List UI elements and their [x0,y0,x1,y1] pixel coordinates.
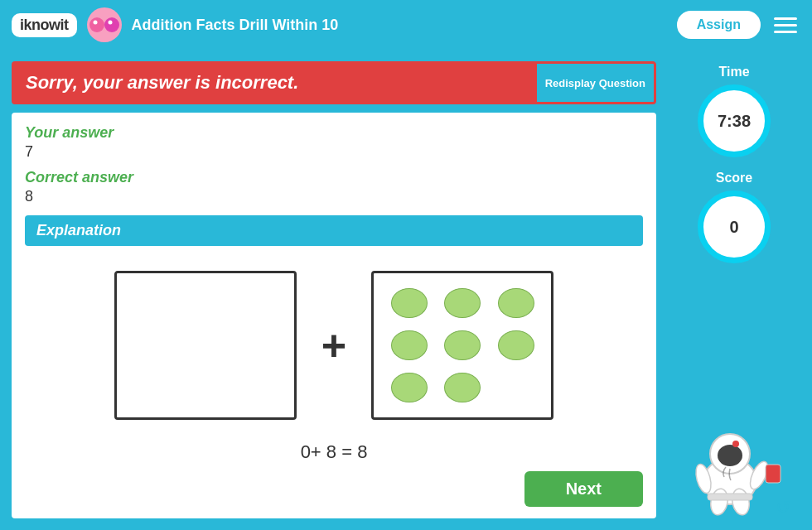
correct-answer-value: 8 [25,188,643,205]
answer-box: Your answer 7 Correct answer 8 Explanati… [12,113,656,518]
score-block: Score 0 [698,171,771,263]
your-answer-value: 7 [25,143,643,161]
your-answer-label: Your answer [25,124,643,142]
dot-8 [444,373,481,402]
plus-sign: + [321,320,346,370]
incorrect-banner: Sorry, your answer is incorrect. Redispl… [12,61,656,104]
next-btn-row: Next [25,471,643,507]
dot-4 [391,330,428,360]
dot-3 [498,288,534,318]
explanation-label: Explanation [36,222,121,238]
logo-box: iknowit [12,13,77,37]
correct-answer-label: Correct answer [25,169,643,186]
svg-point-1 [104,17,119,32]
next-button[interactable]: Next [524,471,643,507]
svg-rect-10 [766,465,781,483]
equation: 0+ 8 = 8 [25,441,643,463]
logo-icon [87,7,122,42]
hamburger-line-1 [774,17,797,20]
explanation-bar: Explanation [25,215,643,246]
svg-point-2 [93,21,97,25]
hamburger-line-3 [774,31,797,33]
score-circle: 0 [698,190,771,263]
refresh-icon[interactable]: ↺ [776,497,790,518]
visual-area: + [25,258,643,433]
sidebar: Time 7:38 Score 0 [668,61,800,518]
incorrect-text: Sorry, your answer is incorrect. [14,64,537,102]
hamburger-menu[interactable] [771,14,800,36]
score-label: Score [716,171,752,186]
assign-button[interactable]: Assign [677,11,761,39]
dot-1 [391,288,428,318]
redisplay-button[interactable]: Redisplay Question [537,64,654,102]
dot-2 [444,288,481,318]
dot-5 [444,330,481,360]
svg-point-7 [732,441,739,447]
time-block: Time 7:38 [698,65,771,157]
empty-box [114,271,297,420]
svg-point-6 [718,445,742,466]
astronaut-illustration [676,419,792,518]
svg-point-0 [89,17,104,32]
hamburger-line-2 [774,24,797,26]
dot-7 [391,373,428,402]
time-label: Time [718,65,749,80]
dots-box [371,271,553,420]
content-area: Sorry, your answer is incorrect. Redispl… [12,61,656,518]
svg-point-3 [108,21,112,25]
svg-rect-13 [708,494,752,500]
astronaut-area: ↺ [676,277,792,518]
logo-text: iknowit [20,17,69,33]
header: iknowit Addition Facts Drill Within 10 A… [0,0,812,50]
dot-6 [498,330,534,360]
time-value: 7:38 [718,112,751,131]
main-layout: Sorry, your answer is incorrect. Redispl… [0,50,812,530]
time-circle: 7:38 [698,84,771,157]
header-title: Addition Facts Drill Within 10 [132,17,667,34]
score-value: 0 [729,218,738,237]
